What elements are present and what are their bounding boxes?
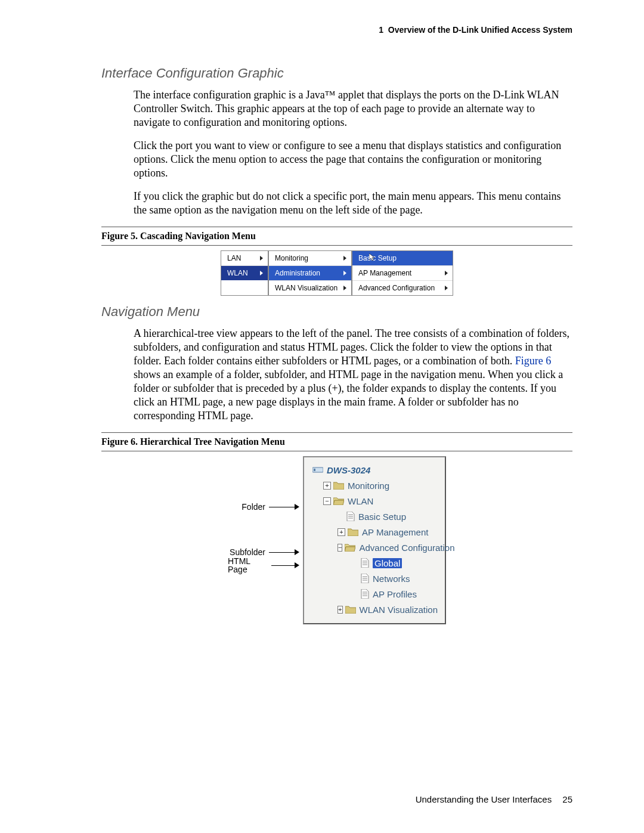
submenu-arrow-icon [445, 271, 448, 275]
svg-rect-1 [314, 469, 315, 471]
page-icon [346, 512, 355, 521]
paragraph: If you click the graphic but do not clic… [134, 190, 572, 217]
submenu-arrow-icon [343, 256, 346, 261]
menu-label: Advanced Configuration [358, 284, 435, 292]
page-icon [361, 558, 369, 568]
device-icon [312, 466, 323, 474]
section-heading-interface-config: Interface Configuration Graphic [101, 66, 572, 81]
cascade-level-3: Basic Setup AP Management Advanced Confi… [352, 250, 453, 296]
cascade-item-administration[interactable]: Administration [269, 266, 351, 281]
submenu-arrow-icon [260, 271, 263, 275]
tree-node-basic-setup[interactable]: Basic Setup [310, 509, 438, 524]
menu-label: Monitoring [275, 254, 308, 262]
chapter-title: Overview of the D-Link Unified Access Sy… [388, 25, 572, 35]
submenu-arrow-icon [343, 286, 346, 290]
figure-callouts: Folder Subfolder HTML Page [228, 456, 299, 571]
callout-label-html-page: HTML Page [228, 557, 268, 574]
tree-node-device[interactable]: DWS-3024 [310, 462, 438, 478]
submenu-arrow-icon [343, 271, 346, 275]
tree-label: DWS-3024 [327, 465, 370, 475]
expander-minus-icon[interactable]: − [323, 497, 331, 505]
tree-navigation-panel: DWS-3024 + Monitoring − WLAN [303, 456, 446, 624]
paragraph-text: A hierarchical-tree view appears to the … [134, 327, 569, 367]
expander-plus-icon[interactable]: + [338, 606, 343, 614]
callout-label-subfolder: Subfolder [230, 548, 265, 556]
expander-plus-icon[interactable]: + [323, 482, 331, 490]
page-icon [361, 589, 369, 599]
tree-node-advanced-config[interactable]: − Advanced Configuration [310, 540, 438, 555]
paragraph: A hierarchical-tree view appears to the … [134, 327, 572, 423]
cascade-item-basic-setup[interactable]: Basic Setup [352, 251, 453, 266]
figure-6-tree-menu: Folder Subfolder HTML Page [101, 456, 572, 624]
tree-node-ap-profiles[interactable]: AP Profiles [310, 586, 438, 602]
submenu-arrow-icon [260, 256, 263, 261]
menu-label: LAN [227, 254, 241, 262]
tree-label: Monitoring [348, 481, 389, 491]
tree-label: Basic Setup [358, 512, 406, 522]
figure-cross-reference[interactable]: Figure 6 [515, 355, 552, 367]
running-header: 1 Overview of the D-Link Unified Access … [379, 25, 572, 35]
cascade-item-lan[interactable]: LAN [221, 251, 268, 266]
cascade-level-1: LAN WLAN [221, 250, 268, 296]
cascade-item-wlan-visualization[interactable]: WLAN Visualization [269, 281, 351, 295]
tree-node-wlan[interactable]: − WLAN [310, 493, 438, 509]
folder-open-icon [345, 543, 355, 552]
tree-label: WLAN [348, 496, 373, 506]
menu-label: Administration [275, 269, 320, 277]
folder-open-icon [333, 497, 344, 505]
menu-label: Basic Setup [358, 254, 397, 262]
tree-node-monitoring[interactable]: + Monitoring [310, 478, 438, 493]
figure-caption-5: Figure 5. Cascading Navigation Menu [101, 227, 572, 246]
footer-section-title: Understanding the User Interfaces [416, 794, 552, 804]
folder-closed-icon [333, 481, 344, 490]
tree-node-global[interactable]: Global [310, 555, 438, 571]
tree-node-networks[interactable]: Networks [310, 571, 438, 586]
page-number: 25 [562, 794, 572, 804]
tree-node-ap-management[interactable]: + AP Management [310, 524, 438, 540]
cascade-item-wlan[interactable]: WLAN [221, 266, 268, 280]
folder-closed-icon [348, 528, 358, 536]
section-heading-navigation-menu: Navigation Menu [101, 304, 572, 320]
cascade-item-ap-management[interactable]: AP Management [352, 266, 453, 281]
folder-closed-icon [345, 605, 356, 614]
submenu-arrow-icon [445, 286, 448, 290]
tree-label: AP Profiles [373, 589, 417, 599]
menu-label: WLAN Visualization [275, 284, 338, 292]
tree-label: AP Management [362, 527, 428, 537]
figure-5-cascading-menu: LAN WLAN Monitoring Administrati [101, 250, 572, 296]
page-icon [361, 574, 369, 583]
cascade-item-advanced-config[interactable]: Advanced Configuration [352, 281, 453, 295]
callout-label-folder: Folder [242, 503, 265, 511]
menu-label: AP Management [358, 269, 411, 277]
tree-label: Advanced Configuration [359, 543, 454, 553]
tree-label: Networks [373, 574, 410, 584]
page-footer: Understanding the User Interfaces 25 [416, 794, 572, 804]
cascade-item-monitoring[interactable]: Monitoring [269, 251, 351, 266]
paragraph: Click the port you want to view or confi… [134, 139, 572, 180]
expander-minus-icon[interactable]: − [338, 544, 342, 552]
figure-caption-6: Figure 6. Hierarchical Tree Navigation M… [101, 432, 572, 451]
cascade-level-2: Monitoring Administration WLAN Visualiza… [268, 250, 352, 296]
paragraph-text: shows an example of a folder, subfolder,… [134, 368, 563, 422]
menu-label: WLAN [227, 269, 248, 277]
chapter-number: 1 [379, 25, 383, 35]
paragraph: The interface configuration graphic is a… [134, 88, 572, 129]
tree-label: WLAN Visualization [360, 605, 438, 615]
tree-label-selected: Global [373, 558, 402, 568]
expander-plus-icon[interactable]: + [338, 528, 345, 536]
tree-node-wlan-visualization[interactable]: + WLAN Visualization [310, 602, 438, 617]
